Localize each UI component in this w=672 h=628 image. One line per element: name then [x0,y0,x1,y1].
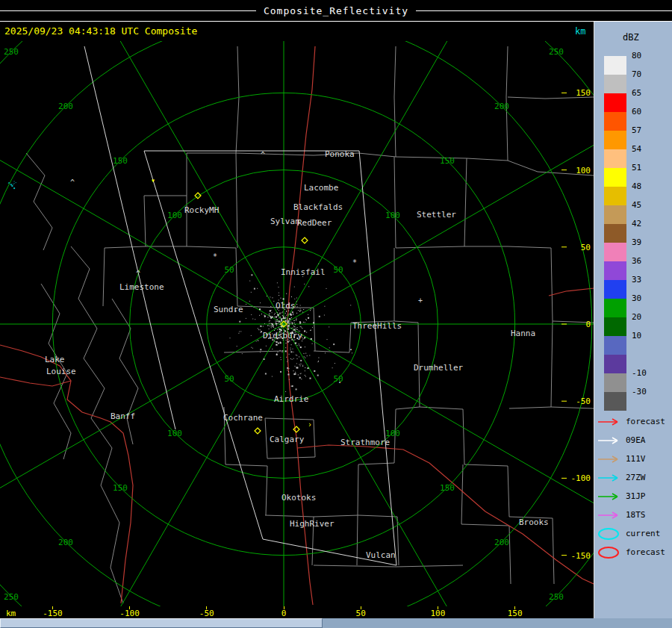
city-label: Hanna [511,329,535,338]
legend-arrow-icon [596,489,626,504]
colorbar-value-label: 48 [632,181,641,191]
point-marker: ^ [136,270,140,278]
range-ring-label: 100 [385,211,400,220]
x-axis-label: -150 [43,609,63,618]
legend-item: 111V [594,450,672,468]
x-axis: km -150-100-50050100150 [0,606,594,618]
point-marker: * [352,258,357,267]
x-axis-label: 100 [430,609,445,618]
y-axis-label: 150 [576,88,591,98]
range-ring-label: 50 [333,265,343,275]
legend-item: 18TS [594,506,672,524]
point-marker: . [349,343,353,352]
range-ring-label: 250 [4,592,19,602]
range-ring-label: 150 [113,483,128,493]
range-ring-label: 50 [224,374,234,384]
city-label: Strathmore [340,438,390,447]
x-axis-label: 0 [281,609,287,618]
colorbar-value-label: 30 [632,293,641,303]
colorbar-value-label: 70 [632,69,641,79]
colorbar-value-label: 80 [632,51,641,60]
legend-label: 27ZW [626,473,646,482]
colorbar-swatch [604,149,626,168]
colorbar-swatch [604,261,626,280]
point-marker: + [418,296,423,305]
colorbar-value-label: 42 [632,219,641,228]
map-header: 2025/09/23 04:43:18 UTC Composite km [0,22,594,41]
city-label: Cochrane [223,413,263,423]
legend-arrow-icon [596,414,626,429]
scrollbar-thumb[interactable] [0,618,323,628]
city-label: Innisfail [281,267,326,277]
colorbar-title: dBZ [623,32,639,43]
city-label: HighRiver [290,519,335,529]
range-ring-label: 50 [224,265,234,275]
colorbar-value-label: 33 [632,275,641,285]
dbz-color-scale: 80706560575451484542393633302010-10-30 [594,56,672,411]
colorbar-block-row: -30 [594,392,672,411]
legend-label: 111V [626,454,646,464]
legend-arrow-icon [596,452,626,467]
colorbar-value-label: 57 [632,125,641,135]
city-label: Louise [46,367,76,376]
radar-map[interactable]: 5050505010010010010015015015015020020020… [0,41,594,606]
colorbar-value-label: -10 [632,368,647,378]
y-axis-label: -50 [576,397,591,406]
city-label: Airdrie [274,394,308,404]
km-unit-bottom-label: km [6,609,16,618]
colorbar-swatch [604,392,626,411]
colorbar-swatch [604,131,626,149]
city-label: Ponoka [325,149,355,159]
track-legend: forecast09EA111V27ZW31JP18TScurrentforec… [594,412,672,562]
legend-item: 09EA [594,431,672,450]
range-ring-label: 250 [549,592,564,602]
titlebar-rule-right [416,10,672,11]
city-label: Blackfalds [293,202,343,212]
colorbar-swatch [604,205,626,224]
city-label: Lacombe [304,183,338,193]
range-ring-label: 200 [58,538,73,547]
y-axis-label: 0 [585,320,591,329]
legend-arrow-icon [596,508,626,523]
legend-ellipse-icon [596,545,626,560]
colorbar-swatch [604,224,626,243]
colorbar-swatch [604,373,626,392]
colorbar-sidebar: dBZ 80706560575451484542393633302010-10-… [594,22,672,618]
colorbar-value-label: 20 [632,312,641,322]
range-ring-label: 100 [167,429,182,438]
city-label: Olds [276,301,296,311]
range-ring-label: 250 [549,47,564,57]
colorbar-swatch [604,336,626,355]
range-ring-label: 150 [440,483,455,493]
city-label: RockyMH [184,205,219,215]
y-axis-label: -150 [571,551,591,561]
legend-label: 18TS [626,510,646,520]
colorbar-swatch [604,93,626,112]
colorbar-swatch [604,168,626,187]
legend-item: 27ZW [594,468,672,487]
horizontal-scrollbar[interactable] [0,618,672,628]
point-marker: . [337,376,342,385]
city-label: Vulcan [366,550,396,560]
range-ring-label: 100 [167,211,182,220]
range-ring-label: 150 [113,156,128,166]
city-label: RedDeer [297,218,332,228]
x-axis-label: 150 [508,609,523,618]
colorbar-value-label: 10 [632,331,641,341]
radar-site-diamond-icon [255,428,261,434]
x-axis-label: -50 [199,609,214,618]
legend-item: current [594,524,672,543]
radar-site-diamond-icon [302,237,308,243]
city-label: Brooks [519,517,549,527]
colorbar-swatch [604,299,626,317]
legend-label: 09EA [626,435,646,445]
x-axis-label: 50 [356,609,366,618]
km-unit-top-label: km [575,26,585,37]
city-label: ThreeHills [352,321,402,331]
city-label: Sylvan [270,217,300,226]
titlebar-rule-left [0,10,256,11]
city-label: Lake [45,355,65,364]
city-labels: PonokaLacombeBlackfaldsSylvanRedDeerRock… [45,149,549,560]
colorbar-value-label: 60 [632,107,641,116]
colorbar-swatch [604,317,626,336]
